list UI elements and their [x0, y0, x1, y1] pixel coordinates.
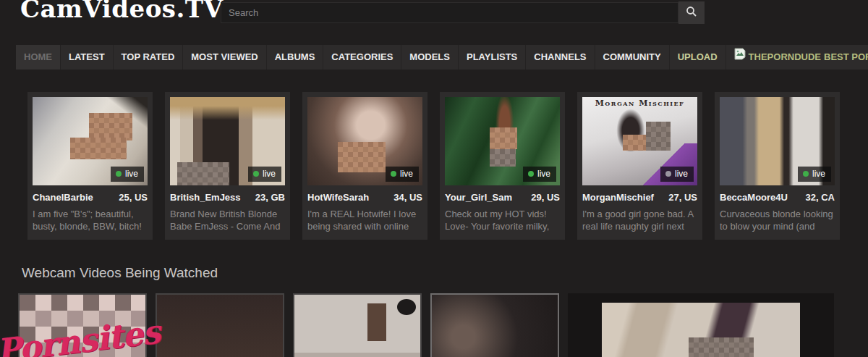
- live-badge: live: [386, 167, 419, 182]
- live-dot-icon: [528, 171, 534, 177]
- nav-community[interactable]: COMMUNITY: [595, 45, 670, 70]
- nav-porndude-alt-text: THEPORNDUDE: [749, 45, 821, 70]
- live-badge: live: [248, 167, 281, 182]
- censor-block: [623, 135, 647, 151]
- censor-block: [177, 162, 229, 185]
- nav-upload[interactable]: UPLOAD: [670, 45, 726, 70]
- model-description: Brand New British Blonde Babe EmJess - C…: [170, 208, 285, 232]
- model-card[interactable]: live BeccaMoore4U 32, CA Curvaceous blon…: [715, 92, 840, 240]
- model-description: I am five "B's"; beautiful, busty, blond…: [33, 208, 148, 232]
- model-name[interactable]: HotWifeSarah: [307, 192, 369, 203]
- model-thumbnail[interactable]: live: [720, 97, 835, 185]
- nav-models[interactable]: MODELS: [401, 45, 459, 70]
- section-title: Webcam Videos Being Watched: [22, 265, 218, 281]
- censor-block: [490, 149, 516, 167]
- site-logo[interactable]: CamVideos.TV: [20, 0, 224, 23]
- model-card[interactable]: Morgan Mischief live MorganMischief 27, …: [577, 92, 702, 240]
- nav-latest[interactable]: LATEST: [61, 45, 114, 70]
- live-badge: live: [523, 167, 556, 182]
- search-input[interactable]: [221, 2, 678, 23]
- live-label: live: [675, 169, 688, 179]
- model-thumbnail[interactable]: Morgan Mischief live: [582, 97, 697, 185]
- nav-top-rated[interactable]: TOP RATED: [114, 45, 184, 70]
- model-thumbnail[interactable]: live: [33, 97, 148, 185]
- model-thumbnail[interactable]: live: [170, 97, 285, 185]
- thumbnail-overlay-title: Morgan Mischief: [582, 98, 697, 108]
- live-label: live: [537, 169, 550, 179]
- search-button[interactable]: [678, 1, 705, 24]
- model-card[interactable]: live HotWifeSarah 34, US I'm a REAL Hotw…: [302, 92, 427, 240]
- main-nav: HOME LATEST TOP RATED MOST VIEWED ALBUMS…: [16, 45, 868, 70]
- live-dot-icon: [665, 171, 671, 177]
- censor-block: [70, 138, 127, 159]
- figure-silhouette: [367, 303, 386, 341]
- live-badge: live: [660, 167, 694, 182]
- model-card[interactable]: live Your_Girl_Sam 29, US Check out my H…: [440, 92, 565, 240]
- live-dot-icon: [391, 171, 396, 177]
- model-age-country: 34, US: [393, 192, 422, 203]
- page: CamVideos.TV HOME LATEST TOP RATED MOST …: [0, 0, 868, 357]
- model-name[interactable]: Your_Girl_Sam: [445, 192, 512, 203]
- model-name[interactable]: MorganMischief: [582, 192, 654, 203]
- censor-block: [646, 122, 671, 151]
- model-age-country: 27, US: [668, 192, 697, 203]
- video-frame: [602, 303, 800, 357]
- live-label: live: [812, 169, 825, 179]
- model-description: I'm a good girl gone bad. A real life na…: [582, 208, 697, 232]
- nav-home[interactable]: HOME: [16, 45, 61, 70]
- live-dot-icon: [253, 171, 259, 177]
- video-thumbnail[interactable]: [156, 293, 284, 357]
- live-label: live: [400, 169, 413, 179]
- censor-block: [490, 127, 517, 149]
- nav-playlists[interactable]: PLAYLISTS: [459, 45, 526, 70]
- magnifier-icon: [686, 6, 697, 20]
- dark-blob: [397, 299, 416, 315]
- nav-categories[interactable]: CATEGORIES: [323, 45, 401, 70]
- live-dot-icon: [803, 171, 809, 177]
- nav-most-viewed[interactable]: MOST VIEWED: [183, 45, 266, 70]
- model-card[interactable]: live British_EmJess 23, GB Brand New Bri…: [165, 92, 290, 240]
- model-age-country: 23, GB: [255, 192, 285, 203]
- live-label: live: [125, 169, 138, 179]
- live-badge: live: [111, 167, 144, 182]
- model-age-country: 32, CA: [806, 192, 835, 203]
- censor-block: [338, 142, 386, 172]
- model-name[interactable]: BeccaMoore4U: [720, 192, 788, 203]
- broken-image-icon: [734, 45, 746, 70]
- censor-block: [89, 113, 132, 140]
- model-card[interactable]: live ChanelBarbie 25, US I am five "B's"…: [27, 92, 153, 240]
- model-name[interactable]: British_EmJess: [170, 192, 241, 203]
- video-thumbnail[interactable]: [293, 293, 422, 357]
- censor-block: [689, 337, 754, 357]
- nav-channels[interactable]: CHANNELS: [526, 45, 595, 70]
- live-badge: live: [798, 167, 831, 182]
- live-label: live: [263, 169, 276, 179]
- model-description: I'm a REAL Hotwife! I love being shared …: [307, 208, 422, 232]
- nav-porndude-link[interactable]: THEPORNDUDEBEST PORN SITES: [726, 45, 868, 70]
- nav-albums[interactable]: ALBUMS: [267, 45, 324, 70]
- model-thumbnail[interactable]: live: [445, 97, 560, 185]
- model-age-country: 29, US: [531, 192, 560, 203]
- video-thumbnail[interactable]: [568, 293, 834, 357]
- model-thumbnail[interactable]: live: [307, 97, 422, 185]
- video-thumbnail[interactable]: [430, 293, 559, 357]
- model-description: Curvaceous blonde looking to blow your m…: [720, 208, 835, 232]
- model-name[interactable]: ChanelBarbie: [33, 192, 93, 203]
- live-dot-icon: [116, 171, 122, 177]
- nav-porndude-label: BEST PORN SITES: [824, 45, 868, 70]
- model-description: Check out my HOT vids! Love- Your favori…: [445, 208, 560, 232]
- model-age-country: 25, US: [119, 192, 148, 203]
- live-models-row: live ChanelBarbie 25, US I am five "B's"…: [27, 92, 840, 240]
